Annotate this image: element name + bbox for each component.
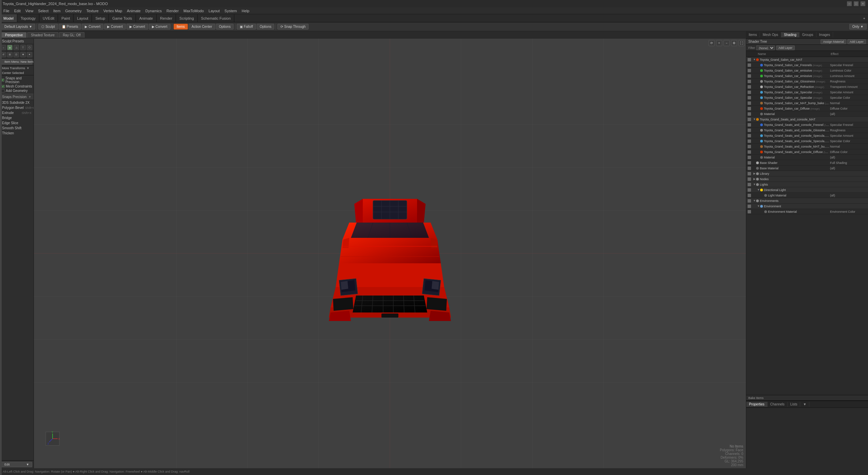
- shader-vis-26[interactable]: [748, 199, 751, 203]
- item-menu-dropdown[interactable]: Item Menu: New Item ▼: [1, 59, 32, 64]
- assign-material-btn[interactable]: Assign Material: [821, 39, 846, 44]
- icon-grid[interactable]: ⊞: [7, 52, 13, 57]
- snap-through-btn[interactable]: ⟳ Snap Through: [277, 24, 309, 30]
- bake-items[interactable]: Bake Items: [746, 395, 868, 400]
- tool-smooth-shift[interactable]: Smooth Shift: [0, 126, 34, 131]
- vp-zoom-out-btn[interactable]: −: [724, 40, 730, 46]
- menu-item-item[interactable]: Item: [51, 8, 62, 14]
- shader-item-3[interactable]: Toyota_Grand_Salon_car_emissive (Image)L…: [746, 73, 868, 79]
- right-tab-images[interactable]: Images: [816, 32, 833, 37]
- shader-vis-20[interactable]: [748, 167, 751, 170]
- shader-item-24[interactable]: ▼Directional Light: [746, 187, 868, 193]
- menu-item-maxtomodo[interactable]: MaxToModo: [181, 8, 206, 14]
- top-tab-uvedit[interactable]: UVEdit: [39, 14, 58, 22]
- shader-item-18[interactable]: Material(all): [746, 155, 868, 160]
- menu-item-geometry[interactable]: Geometry: [63, 8, 83, 14]
- options-btn[interactable]: Options: [216, 24, 234, 30]
- snaps-precision-check[interactable]: ✓ Snaps and Precision: [1, 76, 32, 84]
- shader-vis-1[interactable]: [748, 63, 751, 67]
- shader-expand-27[interactable]: ▼: [757, 205, 760, 208]
- shader-vis-4[interactable]: [748, 80, 751, 83]
- tool-edge-slice[interactable]: Edge Slice: [0, 120, 34, 126]
- viewport[interactable]: ⟳ + − ⚙ ⛶ X Y Z No Items Polygons: Face …: [34, 39, 746, 468]
- icon-star4[interactable]: ❖: [20, 52, 26, 57]
- shader-vis-24[interactable]: [748, 188, 751, 192]
- icon-hex[interactable]: ⬡: [27, 45, 32, 50]
- shader-vis-8[interactable]: [748, 101, 751, 105]
- shader-vis-22[interactable]: [748, 177, 751, 181]
- menu-item-animate[interactable]: Animate: [125, 8, 142, 14]
- shader-item-22[interactable]: ▶Nodes: [746, 176, 868, 182]
- shader-vis-16[interactable]: [748, 145, 751, 148]
- shader-vis-5[interactable]: [748, 85, 751, 89]
- shader-item-7[interactable]: Toyota_Grand_Salon_car_Specular (Image)S…: [746, 95, 868, 100]
- shader-item-12[interactable]: Toyota_Grand_Seats_and_console_Fresnel (…: [746, 122, 868, 128]
- vp-reset-btn[interactable]: ⟳: [709, 40, 715, 46]
- menu-item-help[interactable]: Help: [240, 8, 252, 14]
- shader-item-0[interactable]: ▼Toyota_Grand_Salon_car_MAT: [746, 57, 868, 62]
- tool-polygon-bevel[interactable]: Polygon Bevel Shift+B: [0, 105, 34, 110]
- action-center-btn[interactable]: Action Center: [189, 24, 215, 30]
- shader-vis-11[interactable]: [748, 118, 751, 121]
- center-selected-btn[interactable]: Center Selected: [1, 71, 25, 75]
- shader-item-2[interactable]: Toyota_Grand_Salon_car_emissive (Image)L…: [746, 68, 868, 73]
- vp-settings-btn[interactable]: ⚙: [731, 40, 737, 46]
- shader-vis-2[interactable]: [748, 69, 751, 72]
- shader-item-21[interactable]: ▶Library: [746, 171, 868, 176]
- shader-vis-15[interactable]: [748, 139, 751, 143]
- convert-btn-0[interactable]: ▶ Convert: [82, 24, 103, 30]
- vp-tab-perspective[interactable]: Perspective: [1, 32, 26, 38]
- right-tab-shading[interactable]: Shading: [781, 32, 800, 37]
- right-bottom-tab-channels[interactable]: Channels: [768, 402, 788, 407]
- vp-tab-ray-gl--off[interactable]: Ray GL: Off: [59, 32, 84, 38]
- menu-item-vertex-map[interactable]: Vertex Map: [101, 8, 124, 14]
- convert-btn-3[interactable]: ▶ Convert: [149, 24, 171, 30]
- shader-item-4[interactable]: Toyota_Grand_Salon_car_Glossiness (Image…: [746, 79, 868, 84]
- right-tab-groups[interactable]: Groups: [800, 32, 816, 37]
- right-tab-mesh-ops[interactable]: Mesh Ops: [760, 32, 781, 37]
- shader-item-26[interactable]: ▼Environments: [746, 198, 868, 204]
- shader-item-25[interactable]: Light Material(all): [746, 193, 868, 198]
- only-dropdown[interactable]: Only ▼: [849, 24, 867, 30]
- top-tab-paint[interactable]: Paint: [58, 14, 74, 22]
- icon-tri-down[interactable]: ▽: [20, 45, 26, 50]
- shader-vis-17[interactable]: [748, 150, 751, 154]
- top-tab-scripting[interactable]: Scripting: [176, 14, 198, 22]
- shader-expand-22[interactable]: ▶: [753, 177, 756, 180]
- tool-extrude[interactable]: Extrude Shift+X: [0, 110, 34, 115]
- edit-dropdown[interactable]: Edit ▼: [1, 462, 32, 467]
- shader-item-11[interactable]: ▼Toyota_Grand_Seats_and_console_MAT: [746, 117, 868, 122]
- shader-item-20[interactable]: Base Material(all): [746, 166, 868, 171]
- menu-item-select[interactable]: Select: [36, 8, 51, 14]
- shader-vis-19[interactable]: [748, 161, 751, 165]
- more-transforms-btn[interactable]: More Transforms ▼: [1, 66, 30, 70]
- top-tab-topology[interactable]: Topology: [17, 14, 39, 22]
- tool-bridge[interactable]: Bridge: [0, 115, 34, 120]
- top-tab-setup[interactable]: Setup: [92, 14, 109, 22]
- shader-item-19[interactable]: Base ShaderFull Shading: [746, 160, 868, 166]
- menu-item-view[interactable]: View: [23, 8, 36, 14]
- icon-face[interactable]: ☻: [7, 45, 13, 50]
- menu-item-texture[interactable]: Texture: [84, 8, 101, 14]
- shader-vis-3[interactable]: [748, 74, 751, 78]
- shader-item-14[interactable]: Toyota_Grand_Seats_and_console_Specula..…: [746, 133, 868, 138]
- shader-vis-12[interactable]: [748, 123, 751, 127]
- shader-item-13[interactable]: Toyota_Grand_Seats_and_console_Glossine.…: [746, 128, 868, 133]
- filter-select[interactable]: (None): [756, 45, 775, 50]
- layouts-dropdown[interactable]: Default Layouts ▼: [1, 24, 35, 30]
- shader-vis-27[interactable]: [748, 205, 751, 208]
- shader-vis-9[interactable]: [748, 107, 751, 110]
- shader-vis-25[interactable]: [748, 194, 751, 197]
- shader-expand-21[interactable]: ▶: [753, 172, 756, 175]
- maximize-btn[interactable]: □: [854, 1, 859, 6]
- shader-vis-18[interactable]: [748, 156, 751, 159]
- shader-vis-7[interactable]: [748, 96, 751, 99]
- add-geometry-check[interactable]: Add Geometry: [1, 89, 32, 93]
- shader-item-8[interactable]: Toyota_Grand_Salon_car_MAT_bump_bake (Im…: [746, 100, 868, 106]
- shader-vis-0[interactable]: [748, 58, 751, 61]
- right-tab-items[interactable]: Items: [746, 32, 760, 37]
- right-bottom-tab-lists[interactable]: Lists: [788, 402, 801, 407]
- convert-btn-2[interactable]: ▶ Convert: [126, 24, 148, 30]
- close-btn[interactable]: ×: [861, 1, 865, 6]
- shader-expand-11[interactable]: ▼: [753, 118, 756, 121]
